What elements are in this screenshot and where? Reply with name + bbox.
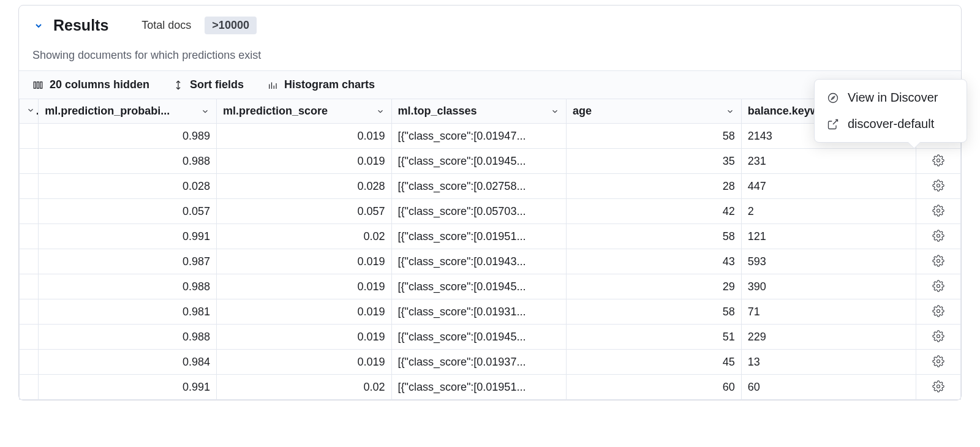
cell-prediction-score: 0.02: [216, 375, 391, 400]
col-header-prediction-score[interactable]: ml.prediction_score: [216, 99, 391, 124]
cell-top-classes: [{"class_score":[0.01945...: [391, 325, 567, 350]
external-link-icon: [827, 118, 839, 130]
gear-icon[interactable]: [930, 378, 946, 394]
svg-point-18: [937, 385, 940, 388]
cell-prediction-probability: 0.988: [39, 325, 217, 350]
cell-top-classes: [{"class_score":[0.01947...: [391, 124, 567, 149]
cell-top-classes: [{"class_score":[0.01945...: [391, 274, 567, 299]
expand-row-button[interactable]: [20, 350, 39, 375]
compass-icon: [827, 92, 839, 104]
expand-row-button[interactable]: [20, 274, 39, 299]
col-label: ml.prediction_score: [223, 105, 328, 118]
expand-header[interactable]: [20, 99, 39, 124]
col-header-prediction-probability[interactable]: ml.prediction_probabi...: [39, 99, 217, 124]
cell-prediction-score: 0.019: [216, 299, 391, 325]
svg-rect-0: [34, 81, 36, 88]
cell-top-classes: [{"class_score":[0.01945...: [391, 149, 567, 174]
row-actions: [916, 274, 961, 299]
col-header-age[interactable]: age: [567, 99, 742, 124]
chevron-down-icon[interactable]: [375, 107, 385, 116]
table-row: 0.9840.019[{"class_score":[0.01937...451…: [20, 350, 961, 375]
collapse-toggle[interactable]: [32, 20, 45, 32]
cell-age: 29: [567, 274, 742, 299]
cell-age: 60: [567, 375, 742, 400]
cell-prediction-probability: 0.981: [39, 299, 217, 325]
results-panel: Results Total docs >10000 Showing docume…: [18, 5, 962, 400]
columns-hidden-button[interactable]: 20 columns hidden: [32, 78, 149, 91]
gear-icon[interactable]: [930, 203, 946, 219]
col-label: age: [573, 105, 592, 118]
histogram-charts-button[interactable]: Histogram charts: [267, 78, 375, 91]
gear-icon[interactable]: [930, 303, 946, 319]
row-actions: [916, 174, 961, 199]
gear-icon[interactable]: [930, 328, 946, 344]
chevron-down-icon[interactable]: [550, 107, 560, 116]
row-actions: [916, 325, 961, 350]
cell-top-classes: [{"class_score":[0.01931...: [391, 299, 567, 325]
expand-row-button[interactable]: [20, 325, 39, 350]
cell-age: 45: [567, 350, 742, 375]
svg-point-13: [937, 260, 940, 263]
row-actions: [916, 299, 961, 325]
expand-row-button[interactable]: [20, 375, 39, 400]
expand-row-button[interactable]: [20, 249, 39, 274]
histogram-label: Histogram charts: [284, 78, 375, 91]
chevron-down-icon[interactable]: [200, 107, 210, 116]
row-actions: [916, 249, 961, 274]
subline-text: Showing documents for which predictions …: [19, 34, 961, 70]
cell-balance: 2: [741, 199, 916, 224]
col-header-top-classes[interactable]: ml.top_classes: [391, 99, 567, 124]
popover-item-label: discover-default: [848, 117, 934, 131]
svg-point-15: [937, 310, 940, 313]
cell-balance: 13: [741, 350, 916, 375]
cell-age: 35: [567, 149, 742, 174]
table-row: 0.9810.019[{"class_score":[0.01931...587…: [20, 299, 961, 325]
expand-row-button[interactable]: [20, 299, 39, 325]
gear-icon[interactable]: [930, 353, 946, 369]
expand-row-button[interactable]: [20, 199, 39, 224]
cell-age: 42: [567, 199, 742, 224]
cell-age: 58: [567, 299, 742, 325]
expand-row-button[interactable]: [20, 174, 39, 199]
cell-prediction-probability: 0.989: [39, 124, 217, 149]
expand-row-button[interactable]: [20, 224, 39, 249]
svg-point-16: [937, 335, 940, 338]
cell-prediction-score: 0.019: [216, 350, 391, 375]
cell-prediction-probability: 0.991: [39, 224, 217, 249]
view-in-discover-button[interactable]: View in Discover: [815, 85, 967, 111]
row-actions: [916, 375, 961, 400]
row-actions: [916, 350, 961, 375]
title-row: Results Total docs >10000: [32, 17, 948, 34]
panel-title: Results: [53, 17, 108, 34]
gear-icon[interactable]: [930, 228, 946, 244]
table-row: 0.9910.02[{"class_score":[0.01951...6060: [20, 375, 961, 400]
sort-fields-button[interactable]: Sort fields: [173, 78, 244, 91]
chevron-down-icon[interactable]: [725, 107, 735, 116]
cell-balance: 60: [741, 375, 916, 400]
row-actions: [916, 149, 961, 174]
gear-icon[interactable]: [930, 253, 946, 269]
expand-row-button[interactable]: [20, 149, 39, 174]
table-row: 0.0570.057[{"class_score":[0.05703...422: [20, 199, 961, 224]
cell-balance: 121: [741, 224, 916, 249]
table-row: 0.9880.019[{"class_score":[0.01945...293…: [20, 274, 961, 299]
cell-age: 58: [567, 124, 742, 149]
row-actions: [916, 224, 961, 249]
gear-icon[interactable]: [930, 152, 946, 168]
cell-balance: 71: [741, 299, 916, 325]
cell-age: 28: [567, 174, 742, 199]
table-row: 0.9910.02[{"class_score":[0.01951...5812…: [20, 224, 961, 249]
table-row: 0.9880.019[{"class_score":[0.01945...512…: [20, 325, 961, 350]
cell-prediction-score: 0.02: [216, 224, 391, 249]
histogram-icon: [267, 80, 278, 91]
cell-prediction-probability: 0.991: [39, 375, 217, 400]
gear-icon[interactable]: [930, 178, 946, 193]
cell-age: 43: [567, 249, 742, 274]
gear-icon[interactable]: [930, 278, 946, 294]
expand-row-button[interactable]: [20, 124, 39, 149]
discover-default-button[interactable]: discover-default: [815, 111, 967, 137]
cell-top-classes: [{"class_score":[0.01937...: [391, 350, 567, 375]
sort-fields-label: Sort fields: [190, 78, 244, 91]
svg-point-11: [937, 209, 940, 212]
table-row: 0.0280.028[{"class_score":[0.02758...284…: [20, 174, 961, 199]
